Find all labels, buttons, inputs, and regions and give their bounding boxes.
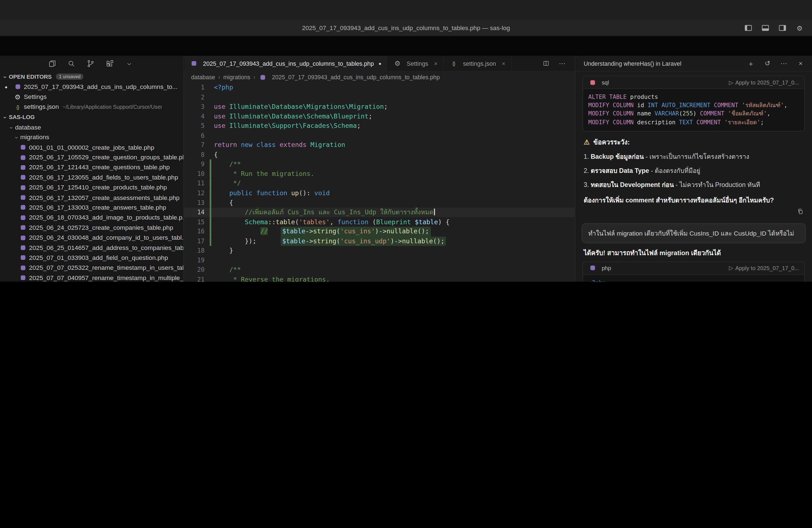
layout-right-icon[interactable]	[778, 24, 787, 32]
split-icon[interactable]	[541, 60, 550, 67]
extensions-icon[interactable]	[106, 60, 114, 68]
code-line[interactable]: 6	[184, 131, 575, 141]
php-icon	[19, 265, 27, 270]
modified-dot: ●	[5, 84, 8, 89]
code-line[interactable]: 9 /**	[184, 160, 575, 169]
code-line[interactable]: 14 //เพิ่มคอลัมภ์ Cus_Ins และ Cus_Ins_Ud…	[184, 208, 575, 217]
ellipsis-icon[interactable]: ⋯	[558, 60, 566, 68]
warning-item: 1. Backup ข้อมูลก่อน - เพราะเป็นการแก้ไข…	[584, 151, 804, 162]
search-icon-lg[interactable]	[68, 60, 76, 68]
window-title: 2025_07_17_093943_add_cus_ins_udp_column…	[302, 24, 510, 31]
layout-left-icon[interactable]	[744, 24, 752, 32]
chat-messages[interactable]: sql ▷ Apply to 2025_07_17_0... ALTER TAB…	[575, 72, 812, 282]
close-icon[interactable]: ×	[434, 60, 437, 67]
chevron-down-icon: ›	[13, 134, 20, 141]
tree-item[interactable]: ›database	[0, 122, 184, 132]
tree-item[interactable]: 2025_06_17_125410_create_products_table.…	[0, 182, 184, 192]
plus-icon[interactable]: +	[747, 59, 755, 68]
code-line[interactable]: 21 * Reverse the migrations.	[184, 275, 575, 282]
breadcrumb-item[interactable]: database	[191, 74, 215, 80]
layout-bottom-icon[interactable]	[761, 24, 769, 32]
code-line[interactable]: 5use Illuminate\Support\Facades\Schema;	[184, 121, 575, 131]
chevron-down-icon[interactable]	[125, 60, 133, 67]
ellipsis-icon[interactable]: ⋯	[780, 60, 788, 68]
code-line[interactable]: 7return new class extends Migration	[184, 141, 575, 150]
code-line[interactable]: 8{	[184, 150, 575, 160]
code-line[interactable]: 1<?php	[184, 83, 575, 92]
apply-button[interactable]: ▷ Apply to 2025_07_17_0...	[729, 265, 799, 271]
code-line[interactable]: 10 * Run the migrations.	[184, 169, 575, 179]
tree-item[interactable]: 2025_06_17_132057_create_assessments_tab…	[0, 192, 184, 202]
tree-item[interactable]: 2025_06_17_121443_create_questions_table…	[0, 162, 184, 172]
open-editor-item[interactable]: ⚙Settings	[0, 92, 184, 102]
chat-tab[interactable]: Understanding whereHas() in Laravel	[581, 60, 684, 66]
play-icon: ▷	[729, 79, 733, 86]
titlebar: 2025_07_17_093943_add_cus_ins_udp_column…	[0, 19, 812, 56]
user-message: ทำในไฟล์ migration เดียวกับที่ใช้เพิ่ม C…	[582, 223, 806, 243]
php-icon	[19, 255, 27, 260]
tree-item[interactable]: 2025_06_17_123055_add_fields_to_users_ta…	[0, 172, 184, 182]
chat-tabbar: Understanding whereHas() in Laravel +↺⋯×	[575, 56, 812, 71]
php-icon	[19, 216, 27, 220]
tree-item[interactable]: 2025_07_01_033903_add_field_on_question.…	[0, 253, 184, 263]
breadcrumb-separator: ›	[253, 74, 256, 80]
code-line[interactable]: 13 {	[184, 198, 575, 208]
breadcrumb-separator: ›	[218, 74, 220, 80]
close-icon[interactable]: ×	[502, 60, 505, 67]
code-line[interactable]: 4use Illuminate\Database\Schema\Blueprin…	[184, 112, 575, 121]
code-line[interactable]: 17 });$table->string('cus_ins_udp')->nul…	[184, 236, 575, 246]
close-icon[interactable]: ×	[797, 60, 805, 68]
copy-icon[interactable]	[797, 207, 804, 217]
open-editor-item[interactable]: {}settings.json~/Library/Application Sup…	[0, 102, 184, 112]
code-lang-label: php	[602, 265, 611, 271]
tree-item[interactable]: 2025_06_17_105529_create_question_groups…	[0, 152, 184, 162]
code-line[interactable]: 19	[184, 256, 575, 265]
gear-icon: ⚙	[393, 60, 402, 68]
pages-icon[interactable]	[48, 60, 56, 68]
tree-item[interactable]: 2025_06_25_014657_add_address_to_compani…	[0, 243, 184, 253]
editor-tab[interactable]: 2025_07_17_093943_add_cus_ins_udp_column…	[184, 56, 388, 71]
code-line[interactable]: 20 /**	[184, 265, 575, 275]
code-line[interactable]: 18 }	[184, 246, 575, 256]
editor-tab[interactable]: ⚙Settings×	[388, 56, 444, 71]
editor-tab[interactable]: {}settings.json×	[444, 56, 512, 71]
code-line[interactable]: 3use Illuminate\Database\Migrations\Migr…	[184, 102, 575, 112]
sql-code-block: sql ▷ Apply to 2025_07_17_0... ALTER TAB…	[582, 76, 804, 131]
text-cursor	[434, 209, 435, 216]
php-icon	[19, 155, 27, 160]
code-line[interactable]: 2	[184, 92, 575, 102]
code-line[interactable]: 11 */	[184, 179, 575, 189]
tree-item[interactable]: 0001_01_01_000002_create_jobs_table.php	[0, 142, 184, 152]
tree-item[interactable]: 2025_06_24_030048_add_company_id_to_user…	[0, 233, 184, 243]
code-editor[interactable]: 1<?php23use Illuminate\Database\Migratio…	[184, 83, 575, 282]
breadcrumb-item[interactable]: migrations	[223, 74, 250, 80]
open-editor-item[interactable]: ●2025_07_17_093943_add_cus_ins_udp_colum…	[0, 82, 184, 92]
php-icon	[19, 185, 27, 190]
code-line[interactable]: 12 public function up(): void	[184, 188, 575, 198]
tree-item[interactable]: 2025_07_07_040957_rename_timestamp_in_mu…	[0, 273, 184, 282]
breadcrumb-item[interactable]: 2025_07_17_093943_add_cus_ins_udp_column…	[272, 74, 440, 80]
sidebar-toolbar	[0, 56, 184, 71]
tree-item[interactable]: 2025_07_07_025322_rename_timestamp_in_us…	[0, 263, 184, 273]
project-header[interactable]: › SAS-LOG	[0, 112, 184, 122]
code-line[interactable]: 15 Schema::table('tables', function (Blu…	[184, 217, 575, 227]
inline-suggestion: $table->string('cus_ins')->nullable();	[280, 227, 431, 236]
php-icon	[19, 235, 27, 240]
tree-item[interactable]: 2025_06_24_025723_create_companies_table…	[0, 223, 184, 233]
file-tree: ›database›migrations0001_01_01_000002_cr…	[0, 122, 184, 282]
tree-item[interactable]: 2025_06_17_133003_create_answers_table.p…	[0, 202, 184, 212]
branch-icon[interactable]	[86, 60, 95, 68]
code-line[interactable]: 16 //$table->string('cus_ins')->nullable…	[184, 227, 575, 236]
open-editors-header[interactable]: › OPEN EDITORS 1 unsaved	[0, 72, 184, 82]
warning-heading: ⚠ ข้อควรระวัง:	[584, 136, 804, 147]
open-editors-list: ●2025_07_17_093943_add_cus_ins_udp_colum…	[0, 82, 184, 112]
php-icon	[19, 175, 27, 180]
tree-item[interactable]: 2025_06_18_070343_add_image_to_products_…	[0, 212, 184, 223]
history-icon[interactable]: ↺	[764, 60, 772, 68]
gear-icon[interactable]: ⚙	[795, 24, 804, 32]
apply-button[interactable]: ▷ Apply to 2025_07_17_0...	[729, 79, 799, 86]
php-icon	[14, 85, 22, 89]
modified-dot: ●	[379, 61, 381, 66]
tree-item[interactable]: ›migrations	[0, 132, 184, 142]
code-line: MODIFY COLUMN name VARCHAR(255) COMMENT …	[588, 110, 799, 118]
